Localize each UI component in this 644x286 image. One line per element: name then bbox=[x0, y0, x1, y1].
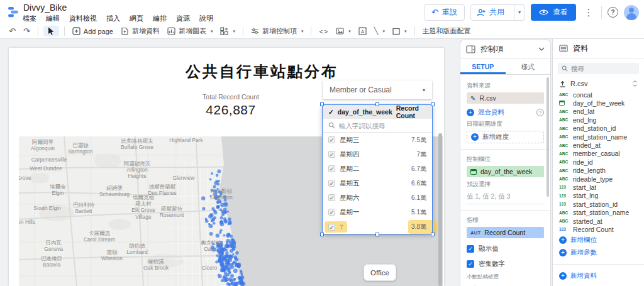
filter-list-row[interactable]: ✓星期三7.5萬 bbox=[323, 133, 432, 147]
menu-item[interactable]: 資料檢視 bbox=[69, 14, 97, 23]
field-end_lng[interactable]: ABCend_lng bbox=[553, 116, 644, 124]
field-record-count[interactable]: 123Record Count bbox=[553, 225, 644, 233]
line-icon: ╲ bbox=[374, 27, 379, 35]
add-field-button[interactable]: + 新增欄位 bbox=[553, 234, 644, 246]
redo-button[interactable]: ↷ bbox=[19, 26, 34, 36]
menu-item[interactable]: 編排 bbox=[153, 14, 167, 23]
field-end_station_name[interactable]: ABCend_station_name bbox=[553, 133, 644, 141]
add-page-button[interactable]: Add page bbox=[69, 26, 117, 36]
filter-search-input[interactable] bbox=[339, 122, 414, 129]
shape-tool-button[interactable]: ▾ bbox=[389, 26, 411, 36]
filter-list-row[interactable]: ✓73.8萬 bbox=[323, 219, 432, 234]
show-values-checkbox[interactable]: ✓ 顯示值 bbox=[467, 245, 544, 253]
filter-list-row[interactable]: ✓星期一5.1萬 bbox=[323, 205, 432, 219]
field-search[interactable] bbox=[558, 63, 639, 74]
community-visualizations-button[interactable]: ▾ bbox=[216, 26, 239, 36]
undo-button[interactable]: ↶ bbox=[5, 26, 19, 36]
row-checkbox[interactable]: ✓ bbox=[328, 209, 335, 216]
insert-image-button[interactable]: ▾ bbox=[332, 26, 355, 36]
default-selection-input[interactable]: 值 1, 值 2, 值 3 bbox=[467, 191, 544, 204]
data-source-row[interactable]: R.csv bbox=[553, 77, 644, 91]
filter-control-member-casual[interactable]: Member or Casual ▾ bbox=[323, 80, 432, 99]
collapse-icon[interactable] bbox=[632, 80, 638, 87]
add-page-icon bbox=[72, 27, 80, 35]
field-rideable_type[interactable]: ABCrideable_type bbox=[553, 175, 644, 183]
check-icon: ✓ bbox=[328, 108, 334, 116]
panel-header[interactable]: 控制項 bbox=[460, 40, 550, 59]
filter-search-row[interactable] bbox=[323, 119, 432, 133]
row-checkbox[interactable]: ✓ bbox=[328, 151, 335, 158]
map-place-label: Carpentersville bbox=[31, 157, 67, 163]
field-end_lat[interactable]: ABCend_lat bbox=[553, 107, 644, 116]
metric-chip[interactable]: AUT Record Count bbox=[467, 227, 544, 238]
menu-item[interactable]: 說明 bbox=[199, 14, 213, 23]
text-type-icon: ABC bbox=[559, 126, 570, 131]
add-dimension-button[interactable]: + 新增維度 bbox=[467, 131, 544, 143]
field-ended_at[interactable]: ABCended_at bbox=[553, 141, 644, 149]
view-button[interactable]: 查看 bbox=[531, 4, 576, 21]
field-day_of_the_week[interactable]: day_of_the_week bbox=[553, 99, 644, 107]
canvas-scrollbar[interactable] bbox=[438, 133, 442, 286]
tab-setup[interactable]: SETUP bbox=[460, 59, 506, 74]
menu-item[interactable]: 網頁 bbox=[130, 14, 143, 23]
select-tool-button[interactable] bbox=[43, 26, 59, 36]
looker-studio-logo-icon[interactable] bbox=[6, 5, 20, 19]
default-selection-label: 預設選擇 bbox=[467, 180, 544, 189]
data-panel-title: 資料 bbox=[573, 43, 588, 54]
field-search-input[interactable] bbox=[571, 65, 634, 72]
help-icon[interactable]: ? bbox=[536, 109, 544, 116]
report-title[interactable]: Divvy_Bike bbox=[23, 3, 67, 13]
row-checkbox[interactable]: ✓ bbox=[328, 194, 335, 201]
field-start_station_name[interactable]: ABCstart_station_name bbox=[553, 208, 644, 216]
decimal-precision-select[interactable]: auto ▾ bbox=[467, 282, 523, 286]
field-start_station_id[interactable]: 123start_station_id bbox=[553, 200, 644, 208]
filter-list-row[interactable]: ✓星期四7萬 bbox=[323, 147, 432, 162]
embed-url-button[interactable]: <> bbox=[315, 26, 332, 36]
share-caret[interactable]: ▾ bbox=[514, 5, 525, 20]
filter-dropdown-list[interactable]: ✓ day_of_the_week Record Count ✓星期三7.5萬✓… bbox=[323, 105, 432, 234]
reset-button[interactable]: ↶ 重設 bbox=[424, 4, 465, 21]
plus-icon: + bbox=[467, 109, 474, 116]
add-chart-button[interactable]: 新增圖表 ▾ bbox=[164, 25, 217, 37]
avatar[interactable] bbox=[624, 5, 639, 20]
tab-style[interactable]: 樣式 bbox=[506, 59, 551, 74]
control-field-chip[interactable]: day_of_the_week bbox=[467, 166, 544, 177]
field-ride_id[interactable]: ABCride_id bbox=[553, 158, 644, 166]
field-end_station_id[interactable]: ABCend_station_id bbox=[553, 124, 644, 133]
pencil-icon[interactable]: ✎ bbox=[470, 95, 475, 102]
chevron-down-icon[interactable] bbox=[538, 47, 545, 51]
help-icon[interactable]: ? bbox=[608, 7, 618, 18]
field-member_casual[interactable]: ABCmember_casual bbox=[553, 150, 644, 158]
field-started_at[interactable]: ABCstarted_at bbox=[553, 217, 644, 225]
row-checkbox[interactable]: ✓ bbox=[328, 180, 335, 187]
add-data-button[interactable]: 新增資料 bbox=[117, 25, 164, 37]
field-ride_length[interactable]: ABCride_length bbox=[553, 167, 644, 175]
more-options-icon[interactable]: ⋮ bbox=[582, 7, 596, 18]
add-parameter-button[interactable]: + 新增參數 bbox=[553, 246, 644, 259]
filter-list-row[interactable]: ✓星期二6.7萬 bbox=[323, 162, 432, 176]
blend-data-button[interactable]: + 混合資料 ? bbox=[467, 108, 544, 117]
row-checkbox[interactable]: ✓ bbox=[328, 223, 335, 230]
menu-item[interactable]: 資源 bbox=[176, 14, 190, 23]
scorecard[interactable]: Total Record Count 426,887 bbox=[168, 93, 294, 118]
filter-list-row[interactable]: ✓星期六6.1萬 bbox=[323, 190, 432, 205]
menu-item[interactable]: 插入 bbox=[106, 14, 120, 23]
line-tool-button[interactable]: ╲ ▾ bbox=[370, 26, 389, 36]
compact-numbers-checkbox[interactable]: ✓ 密集數字 bbox=[467, 260, 544, 268]
text-tool-button[interactable]: A bbox=[355, 26, 370, 36]
field-concat[interactable]: ABCconcat bbox=[553, 91, 644, 99]
theme-layout-button[interactable]: 主題和版面配置 bbox=[419, 25, 475, 37]
row-checkbox[interactable]: ✓ bbox=[328, 165, 335, 172]
field-start_lat[interactable]: 123start_lat bbox=[553, 183, 644, 191]
text-type-icon: ABC bbox=[559, 143, 570, 148]
share-button[interactable]: 共用 ▾ bbox=[470, 4, 525, 21]
add-control-button[interactable]: 新增控制項 ▾ bbox=[247, 25, 308, 37]
menu-item[interactable]: 檔案 bbox=[23, 14, 36, 23]
row-checkbox[interactable]: ✓ bbox=[328, 136, 335, 143]
filter-list-row[interactable]: ✓星期五6.6萬 bbox=[323, 176, 432, 190]
data-source-chip[interactable]: ✎ R.csv bbox=[467, 92, 544, 104]
menu-item[interactable]: 編輯 bbox=[46, 14, 60, 23]
add-data-button-panel[interactable]: + 新增資料 bbox=[553, 270, 644, 282]
panel-scrollbar[interactable] bbox=[547, 77, 549, 197]
field-start_lng[interactable]: 123start_lng bbox=[553, 192, 644, 200]
